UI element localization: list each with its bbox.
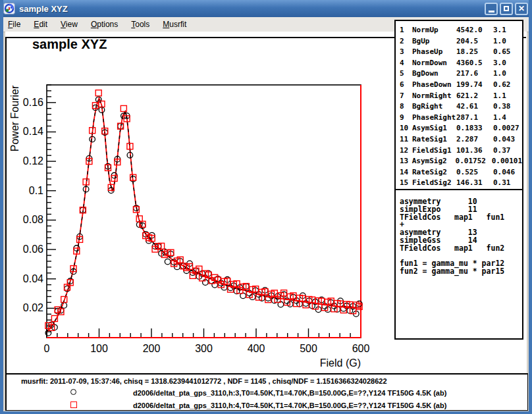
close-icon: ✕ <box>518 5 525 13</box>
param-value: 146.31 <box>456 178 493 189</box>
param-error: 0.046 <box>493 167 515 178</box>
svg-text:0.04: 0.04 <box>23 273 43 284</box>
param-value: 42.61 <box>456 101 493 113</box>
window-title: sample XYZ <box>19 4 68 14</box>
param-num: 13 <box>400 156 412 167</box>
menu-file[interactable]: File <box>3 18 26 31</box>
svg-text:100: 100 <box>90 343 108 354</box>
param-value: 0.525 <box>456 167 493 178</box>
param-name: RateSig1 <box>412 134 456 145</box>
minimize-icon <box>489 11 494 13</box>
param-row: 6PhaseDown199.740.62 <box>400 80 522 91</box>
svg-text:0.16: 0.16 <box>23 97 43 108</box>
param-value: 4542.0 <box>456 25 493 36</box>
title-bar[interactable]: sample XYZ ✕ <box>0 0 532 17</box>
param-value: 199.74 <box>456 80 493 91</box>
param-value: 2.287 <box>456 134 493 145</box>
svg-text:200: 200 <box>143 343 161 354</box>
maximize-icon <box>504 6 509 11</box>
menu-edit[interactable]: Edit <box>28 18 53 31</box>
param-value: 217.6 <box>456 68 493 80</box>
svg-text:600: 600 <box>352 343 370 354</box>
param-row: 11RateSig12.2870.043 <box>400 134 522 145</box>
param-num: 1 <box>400 25 412 36</box>
param-num: 15 <box>400 178 412 189</box>
close-button[interactable]: ✕ <box>515 3 528 15</box>
svg-text:0: 0 <box>44 343 50 354</box>
svg-text:400: 400 <box>248 343 265 354</box>
param-name: PhaseDown <box>412 80 456 91</box>
param-name: RateSig2 <box>412 167 456 178</box>
param-num: 9 <box>400 113 412 124</box>
app-window: sample XYZ ✕ FileEditViewOptionsToolsMus… <box>0 0 532 414</box>
svg-text:0.1: 0.1 <box>29 185 43 196</box>
param-name: AsymSig1 <box>412 123 456 134</box>
param-row: 13AsymSig20.017520.00101 <box>400 156 522 167</box>
param-name: NormDown <box>412 58 456 69</box>
maximize-button[interactable] <box>500 3 513 15</box>
param-row: 8BgRight42.610.38 <box>400 101 522 113</box>
param-error: 0.38 <box>493 101 511 113</box>
param-error: 3.0 <box>493 58 506 69</box>
param-error: 0.62 <box>493 80 511 91</box>
param-row: 7NormRight621.21.1 <box>400 91 522 102</box>
svg-text:300: 300 <box>195 343 213 354</box>
param-name: BgRight <box>412 101 456 113</box>
param-num: 3 <box>400 47 412 58</box>
param-error: 1.0 <box>493 36 506 47</box>
param-name: NormUp <box>412 25 456 36</box>
legend-label: d2006/deltat_pta_gps_3110,h:3,T0=4.50K,T… <box>133 389 446 397</box>
param-name: NormRight <box>412 91 456 102</box>
param-num: 11 <box>400 134 412 145</box>
param-row: 2BgUp204.51.0 <box>400 36 522 47</box>
theory-line: fun2 = gamma_mu * par15 <box>400 268 522 276</box>
param-num: 4 <box>400 58 412 69</box>
param-value: 101.36 <box>456 145 493 157</box>
param-row: 5BgDown217.61.0 <box>400 68 522 80</box>
param-row: 1NormUp4542.03.1 <box>400 25 522 36</box>
menu-view[interactable]: View <box>55 18 83 31</box>
param-error: 3.1 <box>493 25 506 36</box>
param-row: 14RateSig20.5250.046 <box>400 167 522 178</box>
param-name: PhaseUp <box>412 47 456 58</box>
param-row: 15FieldSig2146.310.31 <box>400 178 522 189</box>
theory-line: TFieldCos map1 fun1 <box>400 214 522 222</box>
param-row: 12FieldSig1101.360.37 <box>400 145 522 157</box>
param-value: 287.1 <box>456 113 493 124</box>
svg-text:0.02: 0.02 <box>23 302 43 313</box>
menu-musrfit[interactable]: Musrfit <box>157 18 192 31</box>
param-error: 0.37 <box>493 145 511 157</box>
svg-text:0.06: 0.06 <box>23 244 43 255</box>
param-row: 3PhaseUp18.250.65 <box>400 47 522 58</box>
param-name: AsymSig2 <box>412 156 456 167</box>
param-name: BgDown <box>412 68 456 80</box>
window-controls: ✕ <box>485 3 528 15</box>
param-num: 6 <box>400 80 412 91</box>
minimize-button[interactable] <box>485 3 498 15</box>
root-logo-icon <box>3 3 15 14</box>
theory-box: asymmetry 10simplExpo 11TFieldCos map1 f… <box>394 189 523 340</box>
legend-label: d2006/deltat_pta_gps_3110,h:4,T0=4.50K,T… <box>133 401 446 409</box>
menu-tools[interactable]: Tools <box>126 18 155 31</box>
param-row: 4NormDown4360.53.0 <box>400 58 522 69</box>
menu-options[interactable]: Options <box>86 18 123 31</box>
param-error: 0.00101 <box>492 156 522 167</box>
param-value: 0.1833 <box>456 123 493 134</box>
square-marker-icon <box>70 401 77 408</box>
param-num: 2 <box>400 36 412 47</box>
theory-line: TFieldCos map1 fun2 <box>400 245 522 253</box>
param-error: 0.043 <box>493 134 515 145</box>
param-error: 0.31 <box>493 178 511 189</box>
svg-text:sample XYZ: sample XYZ <box>32 37 107 51</box>
param-num: 7 <box>400 91 412 102</box>
param-value: 204.5 <box>456 36 493 47</box>
circle-marker-icon <box>70 389 76 395</box>
svg-text:0.08: 0.08 <box>23 214 43 225</box>
param-row: 10AsymSig10.18330.0027 <box>400 123 522 134</box>
legend-row: d2006/deltat_pta_gps_3110,h:4,T0=4.50K,T… <box>7 400 527 411</box>
fit-parameter-box: 1NormUp4542.03.12BgUp204.51.03PhaseUp18.… <box>394 20 523 190</box>
param-error: 1.1 <box>493 91 506 102</box>
param-error: 0.65 <box>493 47 511 58</box>
param-name: PhaseRight <box>412 113 456 124</box>
param-error: 1.4 <box>493 113 506 124</box>
